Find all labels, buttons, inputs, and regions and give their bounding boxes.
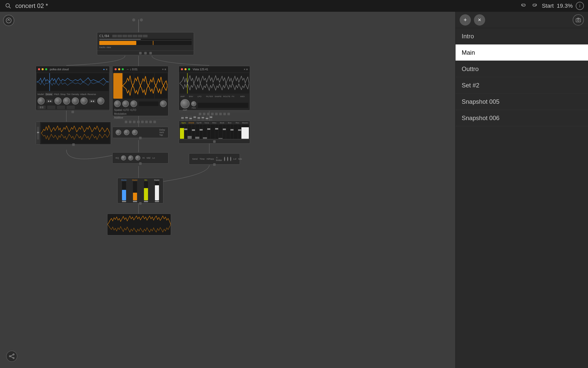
out-ch-drums: Drums (119, 179, 129, 202)
maximize-dot[interactable] (45, 68, 47, 70)
info-button[interactable]: i (576, 2, 584, 10)
sidebar-items-list: Intro Main Outtro Set #2 Snapshot 005 Sn… (456, 28, 588, 368)
eq-label: EQ (116, 157, 119, 159)
plugin-node-3-header: Vista 125:41 × ≡ (179, 66, 250, 72)
comp-knob-3[interactable] (230, 157, 231, 161)
effect-knob-2[interactable] (124, 130, 129, 135)
sidebar-item-snapshot005[interactable]: Snapshot 005 (456, 94, 588, 110)
plugin2-port-3 (133, 121, 136, 123)
plugin-node-3[interactable]: Vista 125:41 × ≡ AMP ENV LFO FILTER SHAP… (179, 66, 250, 110)
output-mixer-node[interactable]: Drums Master Mix (117, 178, 163, 203)
top-bar-right: Start 19.3% i (519, 2, 584, 10)
mixer-ch-4 (203, 124, 210, 139)
document-title: concert 02 * (12, 2, 519, 9)
knob-5[interactable] (80, 97, 88, 105)
redo-button[interactable] (531, 2, 539, 10)
comp-knob-2[interactable] (227, 157, 228, 161)
plugin-node-2[interactable]: ↔ ↕ 0:01 × ≡ (112, 66, 168, 116)
app-logo[interactable] (3, 15, 14, 26)
camera-button[interactable] (573, 14, 584, 26)
sidebar-item-snapshot006[interactable]: Snapshot 006 (456, 110, 588, 126)
effect-node-3[interactable]: Send Time HiPass X-limiter Lvl Mix (189, 153, 240, 165)
transport-port-center (144, 52, 147, 54)
knob-2[interactable] (54, 97, 62, 105)
main-mixer-node[interactable]: Sync Drone Synth Voca Misc Beat Bus Rec … (179, 121, 250, 144)
svg-point-2 (6, 18, 11, 23)
modulation-label: Modulation (113, 112, 168, 116)
plugin2-port-4 (137, 121, 140, 123)
svg-point-28 (578, 19, 579, 21)
knob-4[interactable] (72, 97, 79, 105)
plugin-3-title: Vista 125:41 (193, 68, 208, 71)
eq-knob-2[interactable] (128, 155, 133, 160)
synth-knob-4[interactable] (160, 100, 167, 107)
synth-knob-3[interactable] (130, 100, 137, 107)
mixer-ch-6 (218, 124, 226, 139)
synth-knob-2[interactable] (122, 100, 129, 107)
top-bar: concert 02 * Start 19.3% i (0, 0, 588, 12)
undo-button[interactable] (519, 2, 528, 10)
add-snapshot-button[interactable]: + (460, 14, 471, 26)
svg-point-3 (13, 354, 14, 355)
svg-point-18 (140, 18, 143, 21)
svg-line-7 (11, 356, 13, 358)
plugin2-port-7 (149, 121, 152, 123)
vista-knob-2[interactable] (191, 101, 196, 106)
sidebar-toolbar: + × (456, 12, 588, 28)
vista-knob-1[interactable] (180, 99, 190, 108)
sidebar-item-main[interactable]: Main (456, 44, 588, 61)
sidebar-item-outtro[interactable]: Outtro (456, 61, 588, 77)
plugin2-port-2 (129, 121, 131, 123)
main-content: C1/B4 (0, 12, 588, 368)
knob-1[interactable] (38, 97, 45, 105)
knob-6[interactable] (97, 97, 104, 105)
mixer-ch-5 (211, 124, 218, 139)
start-button[interactable]: Start (542, 3, 554, 9)
plugin-1-title: polka dot cloud (50, 68, 69, 71)
effect-knob-3[interactable] (132, 130, 138, 135)
cpu-percent: 19.3% (557, 3, 573, 9)
waveform-small-node[interactable] (36, 122, 111, 145)
connections-layer (0, 12, 455, 368)
main-mixer-out-port (213, 140, 216, 143)
transport-port-right (149, 52, 152, 54)
knob-3[interactable] (63, 97, 70, 105)
transport-node[interactable]: C1/B4 (97, 32, 194, 55)
plugin2-port-5 (141, 121, 144, 123)
effect-knob-1[interactable] (116, 130, 121, 135)
svg-line-6 (11, 355, 13, 356)
plugin-node-1[interactable]: polka dot cloud ● ≡ Model Drone Pi (36, 66, 110, 111)
plugin2-port-6 (145, 121, 148, 123)
close-dot[interactable] (38, 68, 40, 70)
share-button[interactable] (6, 351, 17, 362)
mixer-ch-1 (180, 124, 187, 139)
effect3-out-port (213, 163, 216, 166)
mixer-ch-2 (188, 124, 195, 139)
sidebar-item-intro[interactable]: Intro (456, 28, 588, 44)
output-mixer-out-port (139, 202, 142, 205)
waveform-small-out-port (72, 143, 75, 146)
out-ch-master: Master (130, 179, 140, 202)
effect-node-1[interactable]: Delay Verb Tap (112, 127, 168, 138)
eq-knob-3[interactable] (135, 155, 140, 160)
plugin-node-2-header: ↔ ↕ 0:01 × ≡ (113, 66, 168, 72)
comp-knob-1[interactable] (224, 157, 225, 161)
search-button[interactable] (4, 2, 12, 10)
canvas-area[interactable]: C1/B4 (0, 12, 455, 368)
sidebar-item-set2[interactable]: Set #2 (456, 77, 588, 94)
mixer-ch-7 (226, 124, 234, 139)
transport-time: C1/B4 (99, 34, 109, 38)
delete-snapshot-button[interactable]: × (474, 14, 485, 26)
mixer-ch-8 (234, 124, 241, 139)
eq-knob-1[interactable] (121, 155, 126, 160)
effect-node-2[interactable]: EQ Hi Mid Lo (112, 152, 168, 164)
plugin2-port-8 (153, 121, 156, 123)
output-waveform-node[interactable] (107, 214, 171, 235)
additive-label: Additive (113, 116, 168, 120)
minimize-dot[interactable] (42, 68, 44, 70)
effect2-out-port (139, 162, 142, 165)
transport-port-left (139, 52, 142, 54)
svg-point-5 (13, 358, 14, 359)
synth-knob-1[interactable] (114, 100, 121, 107)
out-ch-master2: Master (152, 179, 162, 202)
